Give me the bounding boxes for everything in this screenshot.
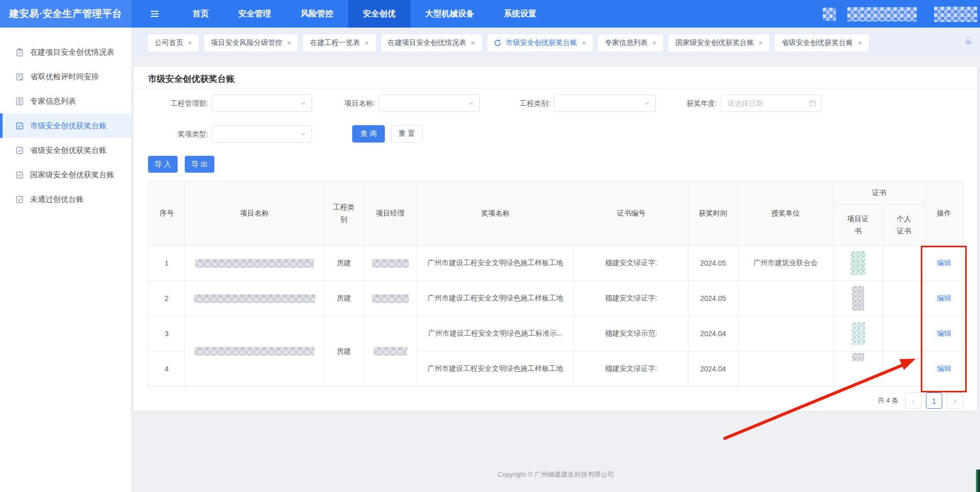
divider <box>134 88 977 88</box>
pagination-prev-button[interactable]: ‹ <box>905 392 921 409</box>
tab-excellence-status[interactable]: 在建项目安全创优情况表 × <box>381 34 482 52</box>
sidebar-item-label: 未通过创优台账 <box>30 195 84 204</box>
edit-link[interactable]: 编辑 <box>937 329 951 337</box>
export-button[interactable]: 导 出 <box>185 156 214 173</box>
close-icon[interactable]: × <box>364 39 369 46</box>
year-date-input[interactable] <box>727 99 794 107</box>
redacted-project-name <box>194 347 314 356</box>
col-header-time: 获奖时间 <box>689 182 738 246</box>
nav-item-safety-excellence[interactable]: 安全创优 <box>348 0 410 28</box>
dept-select[interactable] <box>212 95 312 112</box>
edit-link[interactable]: 编辑 <box>937 364 951 372</box>
project-cert-thumbnail[interactable] <box>851 322 865 345</box>
tab-province-award-ledger[interactable]: 省级安全创优获奖台账 × <box>775 34 868 52</box>
sidebar-item-inspection-schedule[interactable]: 省双优检评时间安排 <box>0 64 131 89</box>
content-card: 市级安全创优获奖台账 工程管理部: 项目名称: 工程类别: 获奖年度: 奖项类型… <box>134 66 977 411</box>
tab-national-award-ledger[interactable]: 国家级安全创优获奖台账 × <box>669 34 769 52</box>
sidebar-item-label: 市级安全创优获奖台账 <box>30 121 107 131</box>
reset-button[interactable]: 重 置 <box>391 125 423 143</box>
close-icon[interactable]: × <box>582 39 586 46</box>
award-type-select[interactable] <box>212 125 312 143</box>
close-icon[interactable]: × <box>471 39 475 46</box>
menu-collapse-icon[interactable] <box>132 0 178 28</box>
sidebar-item-province-award-ledger[interactable]: 省级安全创优获奖台账 <box>0 138 131 162</box>
close-icon[interactable]: × <box>188 39 192 46</box>
tab-expert-list[interactable]: 专家信息列表 × <box>598 34 663 52</box>
close-icon[interactable]: × <box>287 39 291 46</box>
col-header-project: 项目名称 <box>185 182 324 246</box>
nav-item-risk-control[interactable]: 风险管控 <box>286 0 348 28</box>
close-icon[interactable]: × <box>857 39 862 46</box>
sidebar-item-label: 专家信息列表 <box>30 97 76 106</box>
tab-project-overview[interactable]: 在建工程一览表 × <box>303 34 375 52</box>
year-label: 获奖年度: <box>679 95 717 112</box>
calendar-icon <box>809 100 816 107</box>
tab-risk-grading[interactable]: 项目安全风险分级管控 × <box>204 34 298 52</box>
category-select[interactable] <box>554 95 656 112</box>
expert-list-icon <box>15 97 24 106</box>
nav-item-home[interactable]: 首页 <box>178 0 224 28</box>
search-button[interactable]: 查 询 <box>352 125 385 143</box>
col-header-manager: 项目经理 <box>364 182 417 246</box>
redacted-project-name <box>195 259 314 268</box>
user-notification-redacted[interactable] <box>823 8 836 21</box>
close-icon[interactable]: × <box>758 39 763 46</box>
user-zone <box>817 0 980 28</box>
sidebar: 在建项目安全创优情况表 省双优检评时间安排 专家信息列表 市级安全创优获奖台账 <box>0 28 132 492</box>
ledger-check-icon <box>15 122 24 130</box>
page-title: 市级安全创优获奖台账 <box>148 73 235 85</box>
col-header-personal-cert: 个人证书 <box>883 205 925 246</box>
chevron-down-icon <box>300 131 306 137</box>
edit-link[interactable]: 编辑 <box>937 259 951 267</box>
project-select[interactable] <box>379 95 480 112</box>
award-type-label: 奖项类型: <box>170 125 208 143</box>
sidebar-item-project-excellence-status[interactable]: 在建项目安全创优情况表 <box>0 40 131 64</box>
chevron-down-icon <box>644 100 650 106</box>
table-row: 3 房建 广州市建设工程安全文明绿色施工标准示... 穗建安文绿示范: 2024… <box>149 316 963 352</box>
clipboard-check-icon <box>15 48 24 57</box>
col-header-action: 操作 <box>925 182 963 246</box>
sidebar-item-label: 省双优检评时间安排 <box>30 72 99 82</box>
app-header: 建安易·安全生产管理平台 首页 安全管理 风险管控 安全创优 大型机械设备 系统… <box>0 0 980 28</box>
col-header-project-cert: 项目证书 <box>834 205 883 246</box>
nav-item-safety-mgmt[interactable]: 安全管理 <box>224 0 286 28</box>
col-header-cert-group: 证书 <box>834 182 925 205</box>
edit-link[interactable]: 编辑 <box>937 294 951 302</box>
project-label: 项目名称: <box>337 95 375 112</box>
pagination-page-1[interactable]: 1 <box>926 392 942 409</box>
refresh-icon[interactable] <box>494 39 501 46</box>
nav-item-machinery[interactable]: 大型机械设备 <box>410 0 489 28</box>
ledger-check-icon <box>15 146 24 155</box>
tab-bar: 公司首页 × 项目安全风险分级管控 × 在建工程一览表 × 在建项目安全创优情况… <box>132 28 980 58</box>
year-date-picker[interactable] <box>721 95 822 112</box>
table-row: 1 房建 广州市建设工程安全文明绿色施工样板工地 穗建安文绿证字: 2024.0… <box>149 246 963 281</box>
pagination-next-button[interactable]: › <box>947 392 963 409</box>
close-icon[interactable]: × <box>652 39 656 46</box>
sidebar-item-national-award-ledger[interactable]: 国家级安全创优获奖台账 <box>0 162 131 187</box>
chevron-down-icon <box>468 100 474 106</box>
import-button[interactable]: 导 入 <box>148 156 178 173</box>
sidebar-item-label: 在建项目安全创优情况表 <box>30 48 114 57</box>
lock-icon[interactable] <box>964 37 973 45</box>
sidebar-item-city-award-ledger[interactable]: 市级安全创优获奖台账 <box>0 113 131 138</box>
project-cert-thumbnail[interactable] <box>850 251 866 275</box>
ledger-check-icon <box>15 195 24 204</box>
pagination: 共 4 条 ‹ 1 › <box>878 392 963 409</box>
redacted-project-name <box>194 294 315 303</box>
sidebar-item-label: 省级安全创优获奖台账 <box>30 146 107 155</box>
award-table: 序号 项目名称 工程类别 项目经理 奖项名称 证书编号 获奖时间 授奖单位 证书… <box>148 181 963 387</box>
copyright-footer: Copyright © 广州穗建建造科技有限公司 <box>132 470 980 479</box>
tab-company-home[interactable]: 公司首页 × <box>148 34 199 52</box>
sidebar-item-label: 国家级安全创优获奖台账 <box>30 170 114 180</box>
nav-item-settings[interactable]: 系统设置 <box>489 0 551 28</box>
sidebar-item-failed-ledger[interactable]: 未通过创优台账 <box>0 187 131 212</box>
tab-city-award-ledger[interactable]: 市级安全创优获奖台账 × <box>487 34 593 52</box>
sidebar-item-expert-list[interactable]: 专家信息列表 <box>0 89 131 113</box>
top-nav: 首页 安全管理 风险管控 安全创优 大型机械设备 系统设置 <box>132 0 551 28</box>
project-cert-thumbnail[interactable] <box>852 286 864 311</box>
schedule-icon <box>15 73 24 81</box>
project-cert-thumbnail[interactable] <box>852 353 864 361</box>
scrollbar-thumb[interactable] <box>976 470 980 492</box>
chevron-down-icon <box>300 100 306 106</box>
user-info-redacted[interactable] <box>934 7 977 22</box>
